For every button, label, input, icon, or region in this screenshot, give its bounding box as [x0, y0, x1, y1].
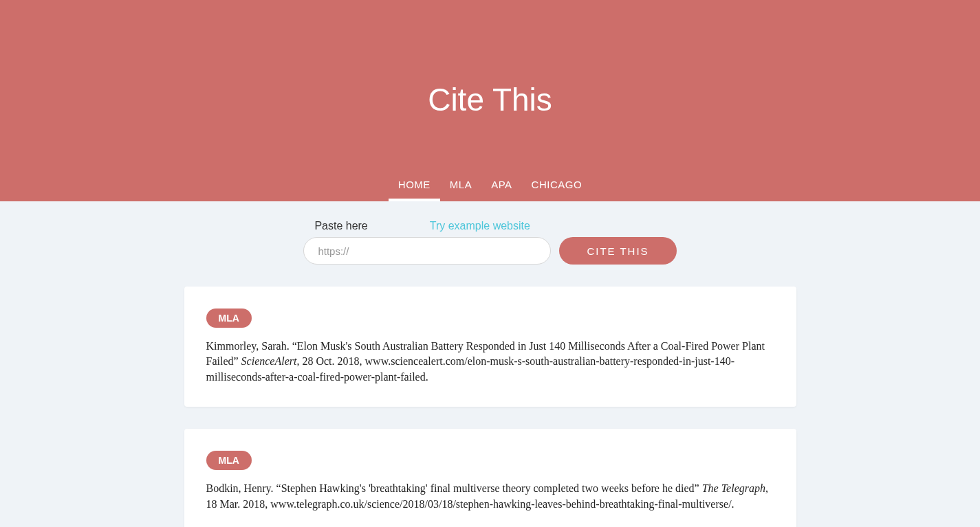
url-input[interactable] — [303, 237, 551, 265]
citation-text: Kimmorley, Sarah. “Elon Musk's South Aus… — [206, 339, 774, 385]
citation-source: The Telegraph — [702, 482, 765, 494]
citation-source: ScienceAlert — [241, 355, 297, 367]
header: Cite This HOME MLA APA CHICAGO — [0, 0, 980, 201]
page-title: Cite This — [428, 81, 552, 118]
citation-author: Bodkin, Henry. — [206, 482, 274, 494]
citation-article-title: “Stephen Hawking's 'breathtaking' final … — [276, 482, 699, 494]
labels-row: Paste here Try example website — [303, 220, 551, 232]
form-inner: Paste here Try example website CITE THIS — [303, 220, 676, 265]
nav-bar: HOME MLA APA CHICAGO — [389, 169, 591, 201]
nav-mla[interactable]: MLA — [440, 169, 481, 201]
format-badge: MLA — [206, 451, 252, 470]
nav-apa[interactable]: APA — [481, 169, 521, 201]
cite-this-button[interactable]: CITE THIS — [559, 237, 676, 265]
citation-text: Bodkin, Henry. “Stephen Hawking's 'breat… — [206, 481, 774, 512]
try-example-link[interactable]: Try example website — [430, 220, 530, 232]
citation-author: Kimmorley, Sarah. — [206, 340, 290, 352]
input-column: Paste here Try example website — [303, 220, 551, 265]
nav-chicago[interactable]: CHICAGO — [522, 169, 592, 201]
paste-here-label: Paste here — [314, 220, 367, 232]
citation-card: MLA Kimmorley, Sarah. “Elon Musk's South… — [184, 287, 796, 407]
citation-card: MLA Bodkin, Henry. “Stephen Hawking's 'b… — [184, 429, 796, 527]
format-badge: MLA — [206, 309, 252, 328]
form-area: Paste here Try example website CITE THIS — [0, 220, 980, 265]
nav-home[interactable]: HOME — [389, 169, 440, 201]
citation-list: MLA Kimmorley, Sarah. “Elon Musk's South… — [0, 287, 980, 527]
